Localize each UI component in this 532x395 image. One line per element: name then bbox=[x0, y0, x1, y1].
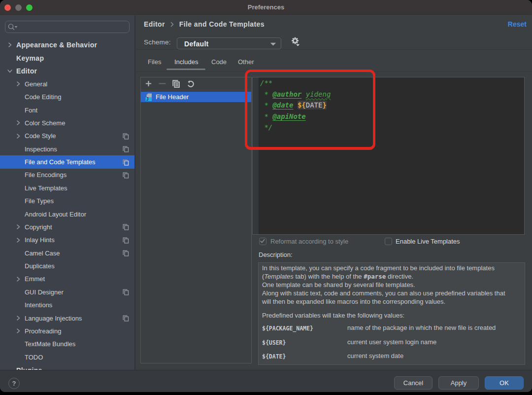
ok-button[interactable]: OK bbox=[485, 376, 524, 390]
sidebar-item-plugins[interactable]: Plugins bbox=[0, 363, 134, 370]
options-row: Reformat according to style Enable Live … bbox=[252, 235, 525, 250]
template-list-toolbar bbox=[141, 77, 251, 90]
reset-template-button[interactable] bbox=[185, 80, 196, 88]
description-line: Predefined variables will take the follo… bbox=[259, 311, 525, 320]
settings-tree: Appearance & BehaviorKeymapEditorGeneral… bbox=[0, 38, 134, 370]
sidebar-item-label: Code Editing bbox=[25, 93, 61, 101]
template-item-file-header[interactable]: J File Header bbox=[141, 92, 251, 102]
sidebar-item-label: TextMate Bundles bbox=[25, 340, 75, 348]
sidebar-item-label: Android Layout Editor bbox=[25, 211, 86, 218]
breadcrumb-editor[interactable]: Editor bbox=[144, 20, 165, 28]
reformat-checkbox-label: Reformat according to style bbox=[270, 238, 348, 245]
sidebar-item-gui-designer[interactable]: GUI Designer bbox=[0, 286, 134, 298]
sidebar-item-code-style[interactable]: Code Style bbox=[0, 130, 134, 143]
tab-other[interactable]: Other bbox=[238, 52, 253, 72]
sidebar-item-label: Editor bbox=[16, 67, 37, 75]
search-input[interactable] bbox=[5, 21, 130, 33]
sidebar-item-label: Proofreading bbox=[25, 327, 61, 335]
sidebar-item-label: Color Scheme bbox=[25, 119, 65, 127]
sidebar-item-label: General bbox=[25, 80, 47, 88]
copy-badge-icon bbox=[123, 250, 129, 256]
sidebar-item-textmate-bundles[interactable]: TextMate Bundles bbox=[0, 338, 134, 351]
preferences-window: Preferences Appearance & BehaviorKeymapE… bbox=[0, 0, 532, 392]
copy-badge-icon bbox=[123, 172, 129, 179]
sidebar-item-label: Live Templates bbox=[25, 184, 67, 192]
sidebar-item-label: Appearance & Behavior bbox=[16, 41, 97, 49]
reformat-checkbox[interactable] bbox=[259, 238, 266, 245]
tab-files[interactable]: Files bbox=[148, 52, 161, 72]
sidebar-item-label: Inspections bbox=[25, 145, 57, 153]
active-tab-underline bbox=[166, 69, 205, 70]
title-bar: Preferences bbox=[0, 0, 532, 15]
reset-link[interactable]: Reset bbox=[508, 20, 527, 28]
variable-value: name of the package in which the new fil… bbox=[347, 324, 496, 331]
sidebar-item-label: Inlay Hints bbox=[25, 236, 55, 244]
sidebar-item-copyright[interactable]: Copyright bbox=[0, 220, 134, 233]
sidebar-item-label: File Encodings bbox=[25, 171, 66, 179]
cancel-button[interactable]: Cancel bbox=[394, 376, 432, 390]
sidebar-item-live-templates[interactable]: Live Templates bbox=[0, 181, 134, 194]
breadcrumb-chevron-icon bbox=[170, 22, 174, 27]
sidebar-item-label: File and Code Templates bbox=[25, 158, 96, 166]
chevron-right-icon bbox=[16, 81, 21, 86]
variable-row: ${PACKAGE_NAME} name of the package in w… bbox=[259, 322, 525, 336]
sidebar-item-color-scheme[interactable]: Color Scheme bbox=[0, 116, 134, 129]
sidebar-item-font[interactable]: Font bbox=[0, 104, 134, 116]
sidebar-item-label: Copyright bbox=[25, 223, 52, 231]
copy-badge-icon bbox=[123, 224, 129, 230]
sidebar-item-todo[interactable]: TODO bbox=[0, 351, 134, 363]
scheme-label: Scheme: bbox=[144, 38, 171, 46]
variable-row: ${USER} current user system login name bbox=[259, 336, 525, 350]
add-template-button[interactable] bbox=[143, 80, 154, 88]
sidebar-item-camel-case[interactable]: Camel Case bbox=[0, 247, 134, 259]
apply-button[interactable]: Apply bbox=[438, 376, 479, 390]
sidebar-item-language-injections[interactable]: Language Injections bbox=[0, 312, 134, 324]
help-button[interactable]: ? bbox=[8, 378, 20, 389]
chevron-right-icon bbox=[16, 316, 21, 321]
sidebar-item-keymap[interactable]: Keymap bbox=[0, 51, 134, 64]
sidebar-item-general[interactable]: General bbox=[0, 77, 134, 90]
tab-code[interactable]: Code bbox=[211, 52, 225, 72]
variable-name: ${DATE} bbox=[262, 353, 286, 360]
copy-template-button[interactable] bbox=[171, 80, 182, 88]
scheme-separator bbox=[135, 49, 532, 50]
sidebar-item-label: Duplicates bbox=[25, 262, 55, 270]
sidebar-item-emmet[interactable]: Emmet bbox=[0, 273, 134, 286]
copy-badge-icon bbox=[123, 289, 129, 295]
sidebar-item-label: Keymap bbox=[16, 54, 44, 62]
sidebar-item-android-layout-editor[interactable]: Android Layout Editor bbox=[0, 208, 134, 220]
settings-sidebar: Appearance & BehaviorKeymapEditorGeneral… bbox=[0, 15, 134, 370]
scheme-select[interactable]: Default bbox=[177, 37, 281, 49]
copy-badge-icon bbox=[123, 237, 129, 244]
sidebar-item-inspections[interactable]: Inspections bbox=[0, 143, 134, 155]
sidebar-item-inlay-hints[interactable]: Inlay Hints bbox=[0, 234, 134, 247]
template-list: J File Header bbox=[141, 92, 251, 102]
sidebar-item-appearance-behavior[interactable]: Appearance & Behavior bbox=[0, 38, 134, 51]
remove-template-button[interactable] bbox=[157, 80, 167, 88]
live-templates-checkbox[interactable] bbox=[385, 238, 392, 245]
chevron-right-icon bbox=[16, 120, 21, 125]
copy-badge-icon bbox=[123, 146, 129, 152]
gear-icon bbox=[290, 37, 303, 48]
sidebar-item-editor[interactable]: Editor bbox=[0, 65, 134, 77]
dropdown-arrow-icon bbox=[270, 42, 276, 46]
sidebar-item-label: TODO bbox=[25, 354, 43, 361]
sidebar-item-label: Emmet bbox=[25, 275, 45, 283]
live-templates-checkbox-label: Enable Live Templates bbox=[396, 238, 460, 245]
sidebar-item-label: GUI Designer bbox=[25, 288, 64, 296]
sidebar-item-code-editing[interactable]: Code Editing bbox=[0, 91, 134, 104]
checkmark-icon bbox=[260, 238, 266, 244]
sidebar-item-file-and-code-templates[interactable]: File and Code Templates bbox=[0, 155, 134, 168]
sidebar-item-proofreading[interactable]: Proofreading bbox=[0, 324, 134, 337]
scheme-gear-button[interactable] bbox=[290, 37, 303, 48]
chevron-right-icon bbox=[16, 238, 21, 243]
main-panel: Editor File and Code Templates Reset Sch… bbox=[135, 15, 532, 370]
sidebar-item-file-types[interactable]: File Types bbox=[0, 195, 134, 208]
description-line: Along with static text, code and comment… bbox=[259, 289, 525, 297]
sidebar-item-duplicates[interactable]: Duplicates bbox=[0, 259, 134, 272]
copy-badge-icon bbox=[123, 159, 129, 166]
sidebar-item-file-encodings[interactable]: File Encodings bbox=[0, 169, 134, 181]
sidebar-item-intentions[interactable]: Intentions bbox=[0, 299, 134, 312]
copy-badge-icon bbox=[123, 133, 129, 140]
scheme-value: Default bbox=[184, 39, 209, 48]
